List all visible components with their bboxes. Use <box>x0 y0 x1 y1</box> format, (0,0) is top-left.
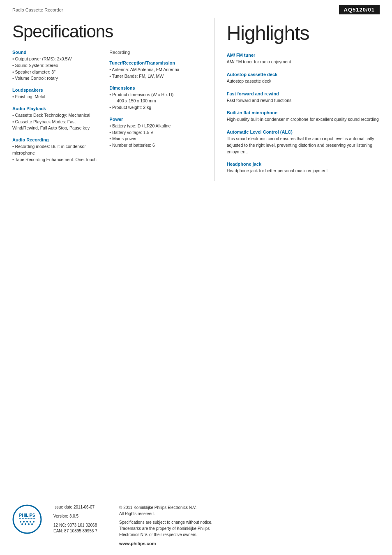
svg-rect-7 <box>33 518 35 519</box>
page: Radio Cassette Recorder AQ5120/01 Specif… <box>0 0 392 555</box>
footer-meta: Issue date 2011-06-07 Version: 3.0.5 12 … <box>53 504 111 534</box>
spec-section-sound: Sound Output power (RMS): 2x0.5W Sound S… <box>12 50 101 82</box>
highlight-desc-fast-forward: Fast forward and rewind functions <box>227 97 380 104</box>
spec-section-loudspeakers: Loudspeakers Finishing: Metal <box>12 88 101 100</box>
spec-item: Mains power <box>109 136 205 142</box>
highlight-desc-am-fm: AM/ FM tuner for radio enjoyment <box>227 59 380 65</box>
spec-item: Cassette Deck Technology: Mechanical <box>12 112 101 119</box>
main-content: Specifications Sound Output power (RMS):… <box>0 18 392 181</box>
issue-date: Issue date 2011-06-07 <box>53 504 111 510</box>
highlight-fast-forward: Fast forward and rewind Fast forward and… <box>227 91 380 104</box>
spec-section-audio-recording: Audio Recording Recording modes: Built-i… <box>12 137 101 163</box>
highlight-title-alc: Automatic Level Control (ALC) <box>227 130 380 134</box>
spec-section-dimensions: Dimensions Product dimensions (W x H x D… <box>109 86 205 111</box>
highlight-title-headphone: Headphone jack <box>227 162 380 166</box>
spec-item: Number of batteries: 6 <box>109 142 205 149</box>
highlights-title: Highlights <box>227 22 380 44</box>
spec-title-loudspeakers: Loudspeakers <box>12 88 101 92</box>
spec-item: Output power (RMS): 2x0.5W <box>12 56 101 62</box>
spec-title-recording: Recording <box>109 50 205 55</box>
spec-item: Speaker diameter: 3" <box>12 69 101 76</box>
specs-columns: Sound Output power (RMS): 2x0.5W Sound S… <box>12 50 206 169</box>
nc-ean: 12 NC: 9073 101 02068 EAN: 87 10895 8995… <box>53 523 111 534</box>
svg-rect-4 <box>25 518 27 519</box>
copyright: © 2011 Koninklijke Philips Electronics N… <box>119 504 380 517</box>
highlight-am-fm-tuner: AM/ FM tuner AM/ FM tuner for radio enjo… <box>227 53 380 65</box>
spec-item: Battery type: D / LR20 Alkaline <box>109 123 205 130</box>
highlight-title-microphone: Built-in flat microphone <box>227 110 380 115</box>
spec-section-audio-playback: Audio Playback Cassette Deck Technology:… <box>12 106 101 132</box>
spec-item: Product weight: 2 kg <box>109 104 205 111</box>
highlight-desc-headphone: Headphone jack for better personal music… <box>227 168 380 174</box>
specs-col-1: Sound Output power (RMS): 2x0.5W Sound S… <box>12 50 101 169</box>
highlight-title-fast-forward: Fast forward and rewind <box>227 91 380 96</box>
svg-point-11 <box>30 521 31 523</box>
spec-title-tuner: Tuner/Reception/Transmission <box>109 60 205 65</box>
specs-col-2: Recording Tuner/Reception/Transmission A… <box>109 50 205 169</box>
highlight-alc: Automatic Level Control (ALC) This smart… <box>227 130 380 155</box>
svg-point-9 <box>23 521 25 523</box>
product-category: Radio Cassette Recorder <box>12 7 63 12</box>
highlights-column: Highlights AM/ FM tuner AM/ FM tuner for… <box>214 18 380 181</box>
website: www.philips.com <box>119 540 380 547</box>
spec-item: Cassette Playback Modes: Fast Wind/Rewin… <box>12 119 101 132</box>
spec-section-tuner: Tuner/Reception/Transmission Antenna: AM… <box>109 60 205 80</box>
highlight-desc-microphone: High-quality built-in condenser micropho… <box>227 116 380 123</box>
spec-title-audio-playback: Audio Playback <box>12 106 101 111</box>
svg-point-15 <box>28 523 30 525</box>
svg-point-13 <box>21 523 23 525</box>
philips-logo-svg: PHILIPS <box>12 504 42 534</box>
spec-item: Finishing: Metal <box>12 94 101 100</box>
spec-title-audio-recording: Audio Recording <box>12 137 101 142</box>
highlight-desc-autostop: Autostop cassette deck <box>227 78 380 85</box>
spec-title-power: Power <box>109 117 205 122</box>
spec-title-dimensions: Dimensions <box>109 86 205 90</box>
spec-item: Antenna: AM Antenna, FM Antenna <box>109 67 205 73</box>
spec-item: Recording modes: Built-in condensor micr… <box>12 143 101 157</box>
highlight-microphone: Built-in flat microphone High-quality bu… <box>227 110 380 123</box>
header: Radio Cassette Recorder AQ5120/01 <box>0 0 392 18</box>
svg-point-8 <box>20 521 21 523</box>
spec-item: Tape Recording Enhancement: One-Touch <box>12 157 101 163</box>
philips-logo-container: PHILIPS <box>12 504 45 535</box>
highlight-desc-alc: This smart electronic circuit ensures th… <box>227 136 380 155</box>
spec-title-sound: Sound <box>12 50 101 55</box>
svg-point-0 <box>13 505 41 533</box>
spec-item: Volume Control: rotary <box>12 75 101 82</box>
highlight-headphone: Headphone jack Headphone jack for better… <box>227 162 380 174</box>
highlight-title-am-fm: AM/ FM tuner <box>227 53 380 58</box>
svg-text:PHILIPS: PHILIPS <box>19 513 35 518</box>
spec-item: Battery voltage: 1.5 V <box>109 130 205 136</box>
specifications-column: Specifications Sound Output power (RMS):… <box>12 18 214 181</box>
svg-rect-5 <box>28 518 30 519</box>
svg-point-16 <box>31 523 33 525</box>
version: Version: 3.0.5 <box>53 513 111 519</box>
spec-section-power: Power Battery type: D / LR20 Alkaline Ba… <box>109 117 205 149</box>
svg-point-12 <box>33 521 35 523</box>
svg-point-10 <box>26 521 28 523</box>
footer-legal: © 2011 Koninklijke Philips Electronics N… <box>119 504 380 547</box>
model-number: AQ5120/01 <box>339 5 380 14</box>
svg-rect-3 <box>22 518 24 519</box>
svg-rect-2 <box>19 518 21 519</box>
highlight-autostop: Autostop cassette deck Autostop cassette… <box>227 72 380 85</box>
spec-item: Sound System: Stereo <box>12 62 101 69</box>
spec-item: Product dimensions (W x H x D): <box>109 92 205 98</box>
spec-section-recording: Recording <box>109 50 205 55</box>
spec-item: Tuner Bands: FM, LW, MW <box>109 73 205 80</box>
page-title: Specifications <box>12 22 206 42</box>
highlight-title-autostop: Autostop cassette deck <box>227 72 380 77</box>
spec-item: 400 x 150 x 100 mm <box>109 98 205 104</box>
footer: PHILIPS <box>0 496 392 555</box>
svg-rect-6 <box>30 518 32 519</box>
svg-point-14 <box>25 523 26 525</box>
legal-text: Specifications are subject to change wit… <box>119 519 380 538</box>
